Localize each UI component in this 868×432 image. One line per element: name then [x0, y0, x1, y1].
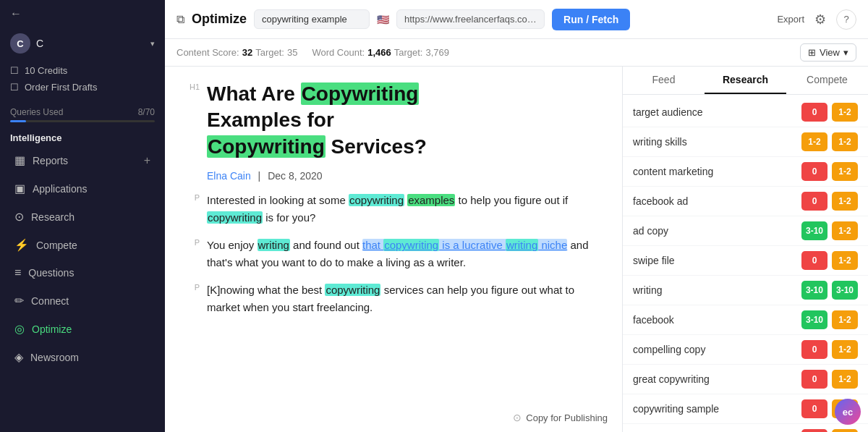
- paragraph-3-row: P [K]nowing what the best copywriting se…: [182, 281, 605, 316]
- keyword-row: copywriting sample 0 1-2: [623, 394, 868, 424]
- link-copywriting-niche[interactable]: that copywriting is a lucrative writing …: [362, 239, 567, 251]
- keywords-list: target audience 0 1-2 writing skills 1-2…: [623, 95, 868, 432]
- keyword-badges: 0 1-2: [801, 429, 858, 432]
- sidebar-item-optimize[interactable]: ◎ Optimize: [4, 315, 161, 342]
- badge-current: 0: [801, 192, 827, 211]
- badge-current: 0: [801, 251, 827, 270]
- keyword-row: swipe file 0 1-2: [623, 246, 868, 276]
- nav-left-newsroom: ◈ Newsroom: [14, 350, 79, 364]
- chevron-down-icon: ▾: [150, 39, 155, 48]
- research-icon: ⊙: [14, 210, 24, 224]
- keyword-input[interactable]: [254, 9, 370, 29]
- sidebar-item-label-newsroom: Newsroom: [30, 352, 79, 363]
- credits-item[interactable]: ☐ 10 Credits: [10, 62, 155, 79]
- sidebar-item-applications[interactable]: ▣ Applications: [4, 175, 161, 202]
- keyword-badges: 1-2 1-2: [801, 132, 858, 151]
- user-menu[interactable]: C C ▾: [0, 27, 165, 59]
- queries-used-label: Queries Used: [10, 107, 63, 117]
- order-drafts-label: Order First Drafts: [25, 82, 97, 93]
- keyword-term: facebook: [633, 314, 674, 326]
- sidebar-item-connect[interactable]: ✏ Connect: [4, 287, 161, 314]
- content-target-label: Target:: [255, 47, 284, 58]
- ec-logo: ec: [835, 399, 861, 425]
- sidebar-item-reports[interactable]: ▦ Reports +: [4, 147, 161, 174]
- user-name: C: [36, 38, 43, 49]
- order-drafts-item[interactable]: ☐ Order First Drafts: [10, 79, 155, 96]
- back-button[interactable]: ←: [10, 7, 22, 20]
- paragraph-1: Interested in looking at some copywritin…: [207, 192, 605, 226]
- highlight-copywriting-1: Copywriting: [301, 82, 420, 105]
- keyword-row: ad copy 3-10 1-2: [623, 216, 868, 246]
- editor-area[interactable]: H1 What Are Copywriting Examples for Cop…: [165, 67, 622, 432]
- sidebar-top: ←: [0, 0, 165, 27]
- keyword-badges: 3-10 1-2: [801, 310, 858, 329]
- sidebar-item-research[interactable]: ⊙ Research: [4, 203, 161, 230]
- keyword-row: content marketing 0 1-2: [623, 157, 868, 187]
- view-chevron-icon: ▾: [843, 47, 848, 58]
- keyword-row: writing skills 1-2 1-2: [623, 127, 868, 157]
- badge-current: 0: [801, 370, 827, 389]
- sidebar-item-newsroom[interactable]: ◈ Newsroom: [4, 344, 161, 370]
- nav-left-research: ⊙ Research: [14, 210, 75, 224]
- copy-publishing-bar[interactable]: ⊙ Copy for Publishing: [513, 412, 608, 423]
- highlight-writing: writing: [258, 239, 290, 251]
- help-button[interactable]: ?: [836, 9, 856, 30]
- word-target-label: Target:: [394, 47, 423, 58]
- queries-row: Queries Used 8/70: [0, 101, 165, 125]
- tab-feed[interactable]: Feed: [623, 67, 705, 94]
- badge-current: 0: [801, 429, 827, 432]
- highlight-copywriting-4: copywriting: [207, 211, 263, 224]
- tab-research[interactable]: Research: [705, 67, 786, 94]
- author-name: Elna Cain: [207, 170, 251, 182]
- sidebar-item-questions[interactable]: ≡ Questions: [4, 260, 161, 286]
- sidebar-item-compete[interactable]: ⚡ Compete: [4, 232, 161, 258]
- nav-left-compete: ⚡ Compete: [14, 238, 77, 252]
- credits-label: 10 Credits: [25, 65, 67, 76]
- run-fetch-button[interactable]: Run / Fetch: [552, 9, 630, 30]
- keyword-row: target audience 0 1-2: [623, 98, 868, 127]
- badge-current: 0: [801, 399, 827, 418]
- separator: |: [255, 170, 263, 182]
- export-button[interactable]: Export: [777, 14, 804, 25]
- tab-compete[interactable]: Compete: [786, 67, 868, 94]
- keyword-term: compelling copy: [633, 344, 705, 355]
- sidebar-item-label-applications: Applications: [33, 183, 88, 195]
- paragraph-2-row: P You enjoy writing and found out that c…: [182, 237, 605, 271]
- keyword-row: compelling copy 0 1-2: [623, 335, 868, 365]
- paragraph-2: You enjoy writing and found out that cop…: [207, 237, 605, 271]
- badge-current: 0: [801, 103, 827, 122]
- badge-target: 1-2: [832, 132, 858, 151]
- avatar: C: [10, 33, 30, 54]
- badge-target: 1-2: [832, 221, 858, 240]
- nav-left-connect: ✏ Connect: [14, 294, 69, 308]
- word-target-val: 3,769: [425, 47, 449, 58]
- settings-button[interactable]: ⚙: [812, 9, 829, 30]
- nav-left-questions: ≡ Questions: [14, 266, 74, 279]
- word-count-label: Word Count:: [312, 47, 365, 58]
- nav-left-optimize: ◎ Optimize: [14, 322, 72, 336]
- highlight-copywriting-6: copywriting: [325, 284, 380, 296]
- highlight-copywriting-2: Copywriting: [207, 135, 326, 158]
- content-score-val: 32: [242, 47, 252, 58]
- queries-bar-bg: [10, 120, 155, 122]
- keyword-term: copywriting sample: [633, 403, 719, 415]
- nav-left-reports: ▦ Reports: [14, 153, 68, 167]
- copy-icon: ⊙: [513, 412, 522, 423]
- badge-target: 1-2: [832, 192, 858, 211]
- credits-icon: ☐: [10, 65, 19, 76]
- score-bar: Content Score: 32 Target: 35 Word Count:…: [165, 39, 868, 67]
- highlight-examples: examples: [407, 194, 455, 206]
- view-button[interactable]: ⊞ View ▾: [800, 43, 856, 62]
- keyword-term: writing skills: [633, 136, 687, 148]
- toolbar: ⧉ Optimize 🇺🇸 Run / Fetch Export ⚙ ?: [165, 0, 868, 39]
- badge-target: 1-2: [832, 310, 858, 329]
- right-tabs: Feed Research Compete: [623, 67, 868, 95]
- badge-target: 1-2: [832, 103, 858, 122]
- right-panel: Feed Research Compete target audience 0 …: [622, 67, 868, 432]
- sidebar-item-label-research: Research: [31, 211, 75, 223]
- url-input[interactable]: [396, 9, 545, 29]
- p3-label: P: [182, 281, 200, 292]
- h1-label: H1: [182, 81, 200, 91]
- reports-plus-icon[interactable]: +: [144, 154, 150, 167]
- keyword-row: writing 3-10 3-10: [623, 276, 868, 305]
